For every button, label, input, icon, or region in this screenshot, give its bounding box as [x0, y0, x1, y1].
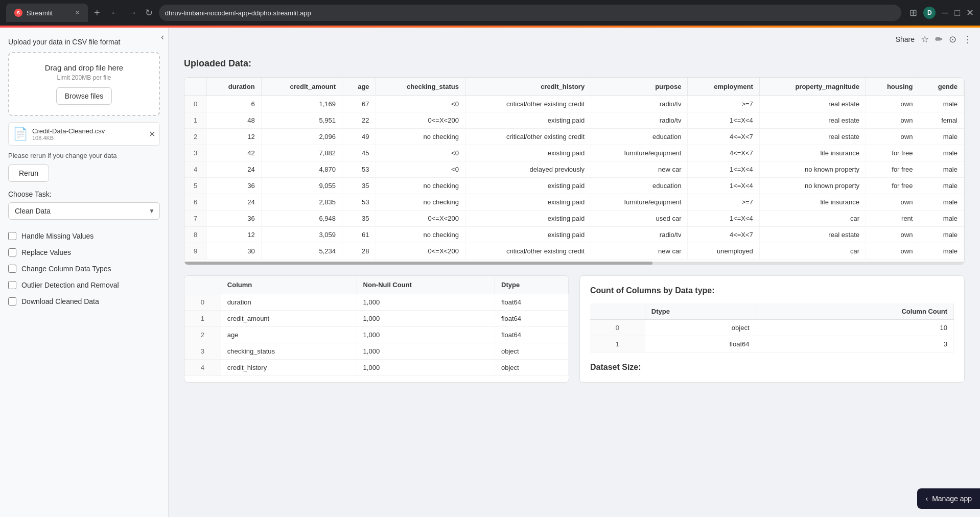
- row-cell: critical/other existing credit: [465, 129, 591, 145]
- row-cell: 61: [342, 227, 376, 243]
- browser-tab[interactable]: S Streamlit ×: [6, 4, 88, 22]
- refresh-button[interactable]: ↻: [143, 5, 155, 20]
- row-cell: no known property: [759, 161, 866, 178]
- star-icon[interactable]: ☆: [921, 34, 929, 45]
- checkbox-replace-values[interactable]: Replace Values: [8, 244, 160, 261]
- table-scrollbar[interactable]: [184, 262, 964, 265]
- row-cell: 1,000: [357, 360, 495, 376]
- profile-icon[interactable]: D: [923, 7, 936, 19]
- row-cell: <0: [376, 145, 465, 161]
- row-cell: male: [919, 210, 964, 227]
- row-cell: credit_history: [221, 360, 357, 376]
- row-cell: float64: [495, 311, 569, 327]
- uploaded-data-title: Uploaded Data:: [184, 58, 965, 69]
- row-cell: existing paid: [465, 178, 591, 194]
- row-cell: 67: [342, 96, 376, 112]
- row-index: 3: [184, 145, 207, 161]
- info-table-body: 0duration1,000float641credit_amount1,000…: [184, 294, 569, 376]
- info-table-container[interactable]: Column Non-Null Count Dtype 0duration1,0…: [184, 275, 569, 383]
- checkbox-download[interactable]: Download Cleaned Data: [8, 293, 160, 310]
- nav-controls: ← → ↻: [108, 5, 155, 20]
- row-cell: 1,000: [357, 294, 495, 311]
- row-cell: real estate: [759, 227, 866, 243]
- uploaded-data-table: duration credit_amount age checking_stat…: [184, 78, 964, 260]
- back-button[interactable]: ←: [108, 6, 122, 20]
- dtype-table: Dtype Column Count 0object101float643: [590, 303, 954, 353]
- row-cell: 30: [207, 243, 261, 260]
- checkbox-outlier[interactable]: Outlier Detection and Removal: [8, 277, 160, 293]
- dtype-title: Count of Columns by Data type:: [590, 286, 954, 295]
- row-cell: delayed previously: [465, 161, 591, 178]
- col-credit-history: credit_history: [465, 78, 591, 96]
- row-cell: education: [591, 178, 688, 194]
- info-table-header: Column Non-Null Count Dtype: [184, 276, 569, 294]
- sidebar-collapse-button[interactable]: ‹: [161, 32, 164, 42]
- change-types-checkbox[interactable]: [8, 265, 16, 273]
- row-cell: own: [866, 194, 919, 210]
- menu-icon[interactable]: ⋮: [963, 34, 972, 45]
- download-checkbox[interactable]: [8, 297, 16, 306]
- dtype-col-count: Column Count: [756, 303, 954, 320]
- table-row: 8123,05961no checkingexisting paidradio/…: [184, 227, 964, 243]
- row-cell: existing paid: [465, 210, 591, 227]
- address-bar[interactable]: dhruv-limbani-nocodeml-app-ddipho.stream…: [159, 5, 902, 21]
- row-cell: credit_amount: [221, 311, 357, 327]
- row-cell: existing paid: [465, 145, 591, 161]
- row-cell: age: [221, 327, 357, 343]
- rerun-button[interactable]: Rerun: [8, 165, 49, 182]
- sidebar: ‹ Upload your data in CSV file format Dr…: [0, 28, 169, 517]
- close-window-button[interactable]: ✕: [966, 7, 974, 18]
- upload-title: Upload your data in CSV file format: [8, 38, 160, 46]
- replace-values-checkbox[interactable]: [8, 248, 16, 256]
- row-index: 0: [184, 96, 207, 112]
- col-index: [184, 78, 207, 96]
- info-col-dtype: Dtype: [495, 276, 569, 294]
- outlier-label: Outlier Detection and Removal: [21, 281, 119, 289]
- row-cell: 36: [207, 178, 261, 194]
- row-cell: float64: [645, 336, 756, 353]
- file-drop-zone[interactable]: Drag and drop file here Limit 200MB per …: [8, 52, 160, 116]
- manage-app-button[interactable]: ‹ Manage app: [917, 488, 980, 509]
- table-row: 7366,948350<=X<200existing paidused car1…: [184, 210, 964, 227]
- row-cell: 1,000: [357, 343, 495, 360]
- extensions-icon[interactable]: ⊞: [909, 7, 917, 18]
- edit-icon[interactable]: ✏: [935, 34, 943, 45]
- row-cell: 36: [207, 210, 261, 227]
- row-cell: new car: [591, 161, 688, 178]
- row-cell: 3,059: [261, 227, 342, 243]
- row-index: 5: [184, 178, 207, 194]
- handle-missing-checkbox[interactable]: [8, 232, 16, 240]
- checkbox-change-types[interactable]: Change Column Data Types: [8, 261, 160, 277]
- row-cell: real estate: [759, 96, 866, 112]
- row-index: 3: [184, 343, 221, 360]
- row-cell: 1<=X<4: [688, 112, 759, 129]
- uploaded-data-table-container[interactable]: duration credit_amount age checking_stat…: [184, 77, 965, 265]
- row-cell: float64: [495, 294, 569, 311]
- forward-button[interactable]: →: [126, 6, 139, 20]
- tab-close-button[interactable]: ×: [75, 8, 80, 17]
- checkbox-handle-missing[interactable]: Handle Missing Values: [8, 228, 160, 244]
- row-index: 2: [184, 327, 221, 343]
- minimize-button[interactable]: ─: [942, 8, 948, 18]
- table-row: 0object10: [590, 320, 954, 336]
- share-button[interactable]: Share: [896, 35, 915, 43]
- row-cell: duration: [221, 294, 357, 311]
- row-cell: 6,948: [261, 210, 342, 227]
- browse-files-button[interactable]: Browse files: [56, 87, 112, 105]
- dtype-col-index: [590, 303, 645, 320]
- info-table: Column Non-Null Count Dtype 0duration1,0…: [184, 276, 569, 376]
- task-select[interactable]: Clean Data Analyze Data Build Model: [8, 202, 160, 220]
- task-label: Choose Task:: [8, 190, 160, 198]
- maximize-button[interactable]: □: [954, 8, 960, 18]
- github-icon[interactable]: ⊙: [949, 34, 956, 45]
- outlier-checkbox[interactable]: [8, 281, 16, 289]
- file-remove-button[interactable]: ✕: [149, 129, 155, 139]
- row-cell: male: [919, 129, 964, 145]
- new-tab-button[interactable]: +: [94, 7, 100, 19]
- row-cell: no known property: [759, 178, 866, 194]
- row-cell: 4,870: [261, 161, 342, 178]
- row-cell: 1,000: [357, 311, 495, 327]
- row-cell: new car: [591, 243, 688, 260]
- row-cell: 3: [756, 336, 954, 353]
- file-details: Credit-Data-Cleaned.csv 108.4KB: [32, 127, 105, 141]
